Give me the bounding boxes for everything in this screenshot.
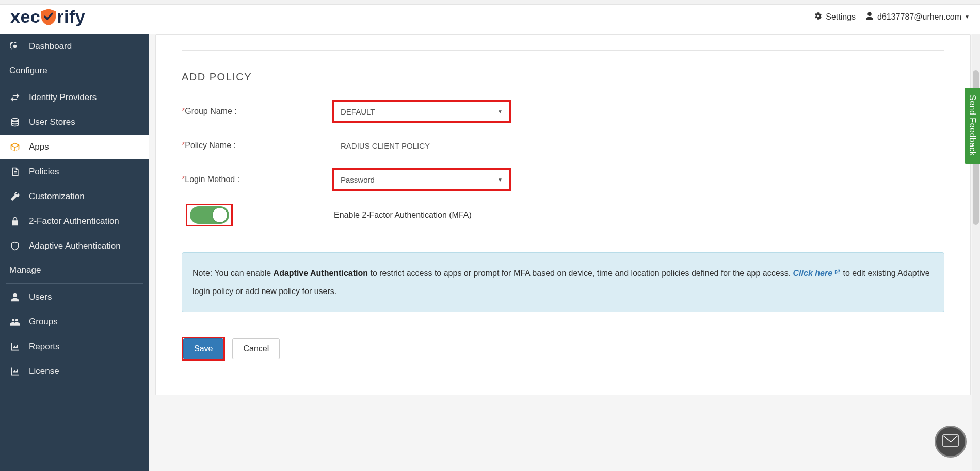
label-login-method: *Login Method : bbox=[182, 175, 334, 184]
group-name-select[interactable]: DEFAULT ▼ bbox=[334, 102, 509, 121]
sidebar-item-apps[interactable]: Apps bbox=[0, 135, 149, 159]
sidebar-item-label: Dashboard bbox=[29, 41, 72, 52]
sidebar-header-manage: Manage bbox=[0, 258, 149, 282]
sidebar-item-label: User Stores bbox=[29, 117, 75, 127]
swap-icon bbox=[9, 92, 21, 103]
header-right: Settings d6137787@urhen.com ▼ bbox=[813, 11, 970, 23]
sidebar-item-label: Reports bbox=[29, 342, 60, 352]
sidebar-item-label: 2-Factor Authentication bbox=[29, 216, 119, 226]
button-row: Save Cancel bbox=[182, 337, 944, 361]
note-strong: Adaptive Authentication bbox=[274, 269, 368, 278]
logo-text-pre: xec bbox=[10, 7, 40, 27]
sidebar-item-license[interactable]: License bbox=[0, 359, 149, 384]
main-content: ADD POLICY *Group Name : DEFAULT ▼ *Poli… bbox=[149, 34, 980, 471]
group-name-value: DEFAULT bbox=[341, 107, 375, 116]
shield-outline-icon bbox=[9, 240, 21, 252]
login-method-select[interactable]: Password ▼ bbox=[334, 170, 509, 189]
sidebar-item-reports[interactable]: Reports bbox=[0, 334, 149, 359]
sidebar-item-label: Adaptive Authentication bbox=[29, 241, 121, 251]
sidebar-item-dashboard[interactable]: Dashboard bbox=[0, 34, 149, 59]
row-group-name: *Group Name : DEFAULT ▼ bbox=[182, 102, 944, 121]
page-title: ADD POLICY bbox=[182, 71, 944, 83]
chart-icon bbox=[9, 366, 21, 377]
gear-icon bbox=[813, 11, 823, 23]
user-menu[interactable]: d6137787@urhen.com ▼ bbox=[865, 11, 970, 23]
settings-link[interactable]: Settings bbox=[813, 11, 856, 23]
row-login-method: *Login Method : Password ▼ bbox=[182, 170, 944, 189]
mfa-toggle[interactable] bbox=[190, 206, 229, 224]
app-header: xec rify Settings d6137787@urhen.com ▼ bbox=[0, 0, 980, 34]
sidebar-item-label: Policies bbox=[29, 167, 59, 177]
card-top-divider bbox=[182, 50, 944, 51]
sidebar-divider bbox=[6, 84, 143, 84]
user-icon bbox=[865, 11, 874, 23]
contact-bubble[interactable] bbox=[935, 426, 967, 458]
sidebar: Dashboard Configure Identity Providers U… bbox=[0, 34, 149, 471]
chart-icon bbox=[9, 341, 21, 352]
note-link[interactable]: Click here bbox=[793, 269, 832, 278]
dashboard-icon bbox=[9, 41, 21, 52]
users-icon bbox=[9, 316, 21, 328]
sidebar-item-policies[interactable]: Policies bbox=[0, 159, 149, 184]
save-button[interactable]: Save bbox=[183, 338, 223, 359]
note-prefix: Note: You can enable bbox=[192, 269, 274, 278]
login-method-value: Password bbox=[341, 175, 375, 184]
row-policy-name: *Policy Name : bbox=[182, 136, 944, 155]
row-mfa: Enable 2-Factor Authentication (MFA) bbox=[182, 204, 944, 226]
policy-name-input[interactable] bbox=[334, 136, 509, 155]
feedback-tab[interactable]: Send Feedback bbox=[965, 88, 980, 164]
sidebar-item-identity-providers[interactable]: Identity Providers bbox=[0, 85, 149, 110]
mfa-toggle-label: Enable 2-Factor Authentication (MFA) bbox=[334, 210, 472, 220]
note-box: Note: You can enable Adaptive Authentica… bbox=[182, 252, 944, 312]
document-icon bbox=[9, 166, 21, 177]
sidebar-item-label: Apps bbox=[29, 142, 49, 152]
sidebar-item-customization[interactable]: Customization bbox=[0, 184, 149, 209]
shield-icon bbox=[41, 9, 56, 25]
sidebar-item-label: Customization bbox=[29, 191, 85, 202]
note-middle: to restrict access to apps or prompt for… bbox=[368, 269, 793, 278]
label-policy-name: *Policy Name : bbox=[182, 141, 334, 150]
caret-down-icon: ▼ bbox=[965, 14, 970, 20]
sidebar-item-adaptive-auth[interactable]: Adaptive Authentication bbox=[0, 234, 149, 258]
sidebar-item-users[interactable]: Users bbox=[0, 285, 149, 310]
sidebar-item-label: Identity Providers bbox=[29, 92, 97, 103]
sidebar-item-user-stores[interactable]: User Stores bbox=[0, 110, 149, 135]
external-link-icon bbox=[833, 264, 841, 271]
database-icon bbox=[9, 117, 21, 128]
logo-text-post: rify bbox=[57, 7, 85, 27]
sidebar-item-label: Users bbox=[29, 292, 52, 302]
settings-label: Settings bbox=[826, 12, 856, 22]
sidebar-item-label: License bbox=[29, 366, 59, 377]
svg-rect-0 bbox=[943, 435, 958, 446]
mail-icon bbox=[942, 434, 959, 449]
cancel-button[interactable]: Cancel bbox=[232, 338, 280, 359]
sidebar-item-groups[interactable]: Groups bbox=[0, 310, 149, 334]
sidebar-item-label: Groups bbox=[29, 317, 58, 327]
user-icon bbox=[9, 291, 21, 303]
lock-icon bbox=[9, 216, 21, 227]
caret-down-icon: ▼ bbox=[497, 177, 503, 183]
mfa-toggle-wrap bbox=[182, 204, 334, 226]
user-email: d6137787@urhen.com bbox=[877, 12, 961, 22]
caret-down-icon: ▼ bbox=[497, 109, 503, 115]
sidebar-header-configure: Configure bbox=[0, 59, 149, 83]
label-group-name: *Group Name : bbox=[182, 107, 334, 116]
brand-logo: xec rify bbox=[10, 7, 85, 27]
sidebar-item-2fa[interactable]: 2-Factor Authentication bbox=[0, 209, 149, 234]
wrench-icon bbox=[9, 191, 21, 202]
box-icon bbox=[9, 141, 21, 153]
sidebar-divider bbox=[6, 283, 143, 284]
policy-card: ADD POLICY *Group Name : DEFAULT ▼ *Poli… bbox=[155, 34, 971, 395]
